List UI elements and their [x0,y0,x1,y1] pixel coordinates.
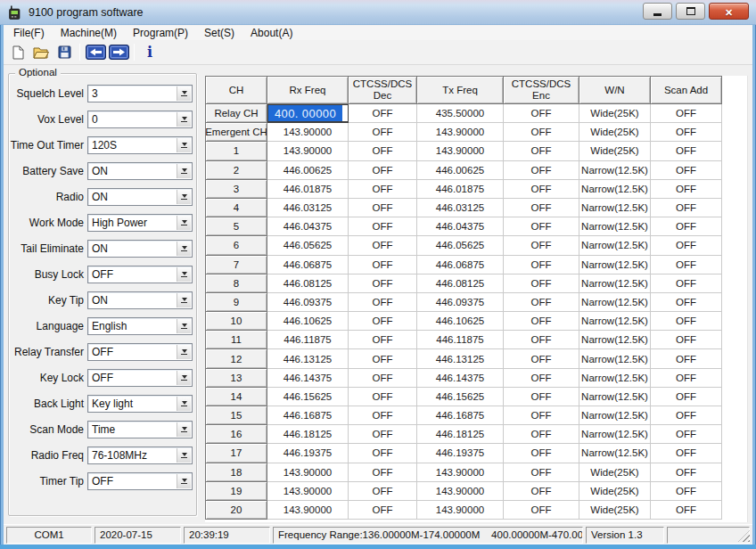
combo-key-lock[interactable]: OFF [87,369,193,387]
cell-wn[interactable]: Narrow(12.5K) [579,388,651,406]
write-to-radio-button[interactable] [107,42,130,63]
combo-back-light[interactable]: Key light [87,395,193,413]
cell-enc[interactable]: OFF [504,369,579,388]
cell-dec[interactable]: OFF [349,388,417,406]
dropdown-arrow-icon[interactable] [177,474,191,488]
cell-scan[interactable]: OFF [651,482,722,501]
cell-wn[interactable]: Narrow(12.5K) [579,293,651,312]
cell-tx[interactable]: 143.90000 [417,501,504,520]
cell-dec[interactable]: OFF [349,349,417,368]
cell-enc[interactable]: OFF [504,331,579,349]
cell-wn[interactable]: Narrow(12.5K) [579,274,651,293]
cell-rx[interactable]: 143.90000 [267,501,349,520]
dropdown-arrow-icon[interactable] [177,397,191,411]
dropdown-arrow-icon[interactable] [177,448,191,463]
cell-wn[interactable]: Wide(25K) [579,463,651,482]
cell-tx[interactable]: 435.50000 [417,104,504,123]
close-button[interactable] [709,3,749,20]
cell-dec[interactable]: OFF [349,142,417,160]
cell-dec[interactable]: OFF [349,406,417,425]
cell-enc[interactable]: OFF [504,142,579,160]
cell-scan[interactable]: OFF [651,217,722,236]
cell-dec[interactable]: OFF [349,444,417,463]
cell-dec[interactable]: OFF [349,274,417,293]
cell-wn[interactable]: Narrow(12.5K) [579,331,651,349]
row-header[interactable]: 1 [205,142,267,160]
cell-tx[interactable]: 446.15625 [417,388,504,406]
cell-wn[interactable]: Narrow(12.5K) [579,369,651,388]
cell-tx[interactable]: 143.90000 [417,463,504,482]
cell-scan[interactable]: OFF [651,274,722,293]
cell-enc[interactable]: OFF [504,123,579,142]
cell-rx[interactable]: 446.10625 [267,312,349,331]
row-header[interactable]: 8 [205,274,267,293]
row-header[interactable]: 4 [205,199,267,217]
cell-rx[interactable]: 446.19375 [267,444,349,463]
cell-dec[interactable]: OFF [349,180,417,199]
dropdown-arrow-icon[interactable] [177,190,191,204]
dropdown-arrow-icon[interactable] [177,86,191,101]
cell-enc[interactable]: OFF [504,463,579,482]
row-header[interactable]: 15 [205,406,267,425]
combo-scan-mode[interactable]: Time [87,421,193,438]
cell-scan[interactable]: OFF [651,425,722,444]
cell-scan[interactable]: OFF [651,199,722,217]
cell-dec[interactable]: OFF [349,217,417,236]
selected-cell-value[interactable]: 400. 00000 [268,105,342,121]
cell-dec[interactable]: OFF [349,123,417,142]
info-button[interactable]: i [138,42,161,63]
cell-wn[interactable]: Narrow(12.5K) [579,444,651,463]
cell-scan[interactable]: OFF [651,180,722,199]
cell-scan[interactable]: OFF [651,406,722,425]
cell-wn[interactable]: Wide(25K) [579,104,651,123]
cell-tx[interactable]: 446.04375 [417,217,504,236]
combo-time-out-timer[interactable]: 120S [87,136,193,154]
cell-scan[interactable]: OFF [651,369,722,388]
new-file-button[interactable] [6,42,29,63]
menu-item-file-f[interactable]: File(F) [5,26,53,40]
combo-radio-freq[interactable]: 76-108MHz [87,447,193,464]
combo-vox-level[interactable]: 0 [87,111,193,128]
cell-tx[interactable]: 143.90000 [417,142,504,160]
cell-tx[interactable]: 446.00625 [417,161,504,180]
cell-scan[interactable]: OFF [651,142,722,160]
combo-key-tip[interactable]: ON [87,291,193,309]
dropdown-arrow-icon[interactable] [177,371,191,385]
row-header[interactable]: 20 [205,501,267,520]
cell-enc[interactable]: OFF [504,199,579,217]
row-header[interactable]: 6 [205,236,267,255]
cell-rx[interactable]: 446.01875 [267,180,349,199]
cell-enc[interactable]: OFF [504,104,579,123]
cell-dec[interactable]: OFF [349,256,417,274]
cell-enc[interactable]: OFF [504,501,579,520]
cell-enc[interactable]: OFF [504,349,579,368]
cell-scan[interactable]: OFF [651,388,722,406]
row-header[interactable]: 11 [205,331,267,349]
cell-rx[interactable]: 446.18125 [267,425,349,444]
row-header[interactable]: 17 [205,444,267,463]
combo-battery-save[interactable]: ON [87,162,193,180]
cell-dec[interactable]: OFF [349,293,417,312]
row-header[interactable]: 18 [205,463,267,482]
cell-wn[interactable]: Wide(25K) [579,123,651,142]
combo-busy-lock[interactable]: OFF [87,266,193,283]
cell-rx[interactable]: 446.14375 [267,369,349,388]
row-header[interactable]: 5 [205,217,267,236]
open-file-button[interactable] [29,42,53,63]
row-header[interactable]: 10 [205,312,267,331]
cell-wn[interactable]: Narrow(12.5K) [579,180,651,199]
cell-wn[interactable]: Narrow(12.5K) [579,199,651,217]
cell-wn[interactable]: Narrow(12.5K) [579,161,651,180]
cell-tx[interactable]: 446.05625 [417,236,504,255]
cell-rx[interactable]: 400. 00000 [267,104,349,123]
row-header[interactable]: 9 [205,293,267,312]
menu-item-program-p[interactable]: Program(P) [125,26,196,40]
cell-tx[interactable]: 143.90000 [417,123,504,142]
dropdown-arrow-icon[interactable] [177,319,191,333]
row-header[interactable]: 7 [205,256,267,274]
dropdown-arrow-icon[interactable] [177,293,191,307]
cell-dec[interactable]: OFF [349,161,417,180]
cell-enc[interactable]: OFF [504,180,579,199]
cell-dec[interactable]: OFF [349,331,417,349]
cell-rx[interactable]: 143.90000 [267,142,349,160]
